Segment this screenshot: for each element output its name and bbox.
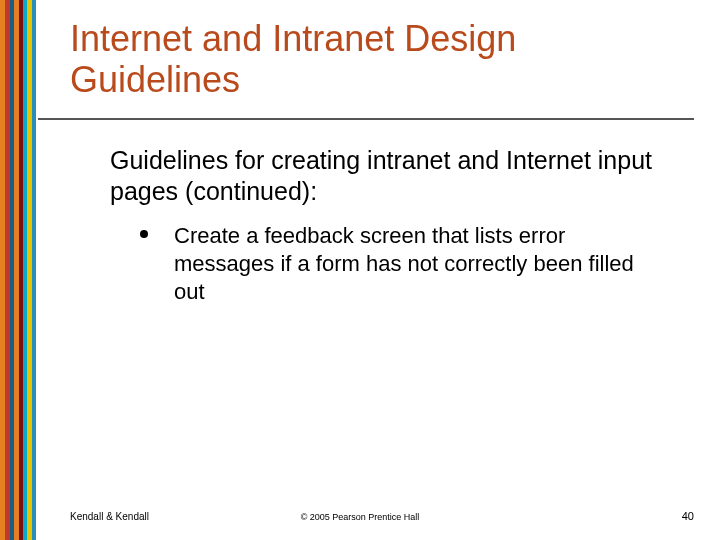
slide-title: Internet and Intranet Design Guidelines <box>70 18 680 101</box>
decorative-stripe-band <box>0 0 36 540</box>
footer-copyright: © 2005 Pearson Prentice Hall <box>0 512 720 522</box>
bullet-text: Create a feedback screen that lists erro… <box>174 222 660 306</box>
bullet-item: Create a feedback screen that lists erro… <box>140 222 660 306</box>
stripe <box>32 0 36 540</box>
title-underline <box>38 118 694 120</box>
bullet-dot-icon <box>140 230 148 238</box>
slide-number: 40 <box>682 510 694 522</box>
lead-paragraph: Guidelines for creating intranet and Int… <box>110 145 660 208</box>
